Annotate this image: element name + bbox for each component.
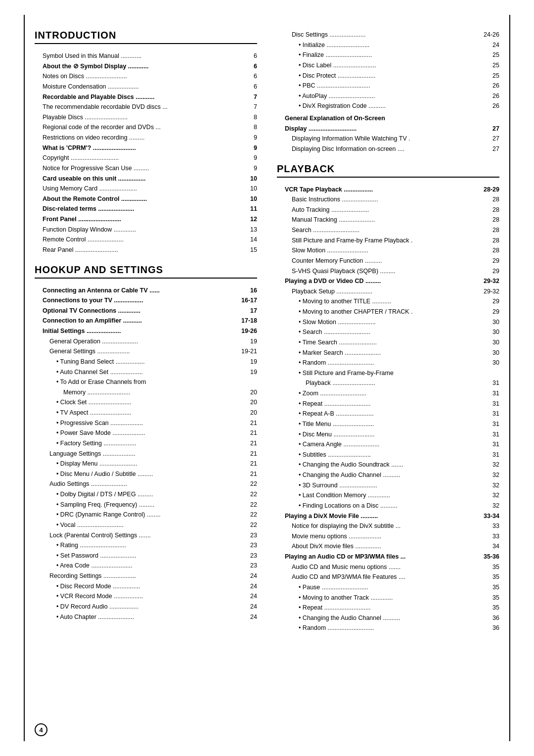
list-item: • Zoom ...........................31: [277, 388, 499, 399]
list-item: • DV Record Audio .................24: [35, 602, 257, 612]
list-item: • Disc Protect ......................25: [277, 71, 499, 81]
list-item: • Last Condition Memory .............32: [277, 490, 499, 501]
list-item: • Repeat ...........................35: [277, 603, 499, 613]
list-item: The recommendable recordable DVD discs .…: [35, 102, 257, 112]
list-item: • Subtitles .........................31: [277, 450, 499, 460]
list-item: Displaying Information While Watching TV…: [277, 134, 499, 144]
list-item: Basic Instructions .....................…: [277, 194, 499, 205]
list-item: • Camera Angle .....................31: [277, 439, 499, 450]
list-item: • Rating ...........................23: [35, 540, 257, 551]
list-item: Notice for displaying the DivX subtitle …: [277, 521, 499, 531]
list-item: Playing a DVD or Video CD .........29-32: [277, 276, 499, 286]
list-item: About DivX movie files ...............34: [277, 541, 499, 552]
list-item: Notice for Progressive Scan Use ........…: [35, 163, 257, 174]
list-item: General Settings ...................19-2…: [35, 346, 257, 357]
list-item: Regional code of the recorder and DVDs .…: [35, 122, 257, 133]
list-item: • Display Menu ......................21: [35, 459, 257, 469]
list-item: • Changing the Audio Soundtrack .......3…: [277, 460, 499, 470]
right-column: Disc Settings .....................24-26…: [277, 30, 499, 634]
list-item: Lock (Parental Control) Settings .......…: [35, 530, 257, 541]
list-item: • Moving to another CHAPTER / TRACK .29: [277, 307, 499, 317]
list-item: • Clock Set .........................20: [35, 397, 257, 408]
list-item: Playback Setup .....................29-3…: [277, 286, 499, 297]
playback-section: PLAYBACK VCR Tape Playback .............…: [277, 163, 499, 634]
list-item: • Title Menu ........................31: [277, 419, 499, 429]
list-item: Front Panel .........................12: [35, 214, 257, 225]
list-item: About the ⊘ Symbol Display ............6: [35, 61, 257, 72]
list-item: • Factory Setting ...................21: [35, 438, 257, 449]
list-item: • Repeat ...........................31: [277, 399, 499, 409]
list-item: • Finalize ...........................25: [277, 50, 499, 60]
list-item: Connection to an Amplifier ...........17…: [35, 316, 257, 326]
list-item: • Time Search ......................30: [277, 337, 499, 348]
list-item: Disc Settings .....................24-26: [277, 30, 499, 40]
list-item: Rear Panel .........................15: [35, 245, 257, 255]
list-item: Optional TV Connections .............17: [35, 306, 257, 316]
introduction-section: INTRODUCTION Symbol Used in this Manual …: [35, 30, 257, 255]
list-item: • Progressive Scan ...................21: [35, 418, 257, 428]
list-item: Language Settings ...................21: [35, 449, 257, 459]
list-item: Slow Motion ........................28: [277, 245, 499, 256]
page-number: 4: [35, 723, 47, 736]
page: INTRODUCTION Symbol Used in this Manual …: [0, 0, 534, 756]
list-item: • Auto Channel Set ...................19: [35, 367, 257, 378]
list-item: • Disc Label .........................25: [277, 60, 499, 71]
list-item: Playing a DivX Movie File ..........33-3…: [277, 511, 499, 521]
list-item: • Tuning Band Select .................19: [35, 357, 257, 367]
list-item: Audio Settings .....................22: [35, 479, 257, 489]
list-item: • Slow Motion ......................30: [277, 317, 499, 328]
list-item: Display ............................27: [277, 124, 499, 134]
list-item: Playing an Audio CD or MP3/WMA files ...…: [277, 552, 499, 562]
list-item: Symbol Used in this Manual ............6: [35, 51, 257, 61]
list-item: • Moving to another Track .............3…: [277, 593, 499, 603]
list-item: Connections to your TV .................…: [35, 295, 257, 306]
list-item: Card useable on this unit ..............…: [35, 174, 257, 184]
list-item: • TV Aspect ........................20: [35, 408, 257, 418]
list-item: • Pause ...........................35: [277, 582, 499, 593]
list-item: Displaying Disc Information on-screen ..…: [277, 144, 499, 154]
list-item: • Disc Menu ........................31: [277, 429, 499, 440]
playback-title: PLAYBACK: [277, 163, 499, 178]
list-item: General Operation .....................1…: [35, 336, 257, 347]
list-item: Remote Control .....................14: [35, 235, 257, 245]
list-item: S-VHS Quasi Playback (SQPB) .........29: [277, 266, 499, 277]
list-item: Initial Settings ....................19-…: [35, 326, 257, 336]
list-item: • Vocal ...........................22: [35, 520, 257, 530]
list-item: Manual Tracking .....................28: [277, 215, 499, 225]
list-item: • Disc Menu / Audio / Subtitle .........…: [35, 469, 257, 479]
list-item: Counter Memory Function ..........29: [277, 256, 499, 266]
list-item: Connecting an Antenna or Cable TV ......…: [35, 285, 257, 296]
disc-settings-section: Disc Settings .....................24-26…: [277, 30, 499, 154]
list-item: • Random ...........................36: [277, 623, 499, 633]
list-item: Recordable and Playable Discs ..........…: [35, 92, 257, 102]
list-item: What is 'CPRM'? ........................…: [35, 143, 257, 153]
list-item: Auto Tracking ......................28: [277, 205, 499, 215]
list-item: • Changing the Audio Channel ..........3…: [277, 613, 499, 623]
list-item: • Changing the Audio Channel ..........3…: [277, 470, 499, 480]
hookup-section: HOOKUP AND SETTINGS Connecting an Antenn…: [35, 264, 257, 622]
list-item: General Explanation of On-Screen: [277, 113, 499, 124]
list-item: • DRC (Dynamic Range Control) ........22: [35, 510, 257, 520]
list-item: • Area Code ........................23: [35, 561, 257, 571]
list-item: • VCR Record Mode .................24: [35, 591, 257, 602]
list-item: • DivX Registration Code ..........26: [277, 101, 499, 111]
list-item: Playback .........................31: [277, 378, 499, 388]
list-item: • AutoPlay ...........................26: [277, 91, 499, 101]
list-item: Function Display Window .............13: [35, 225, 257, 235]
list-item: • Moving to another TITLE ...........29: [277, 296, 499, 307]
list-item: • Random ...........................30: [277, 358, 499, 368]
list-item: About the Remote Control ...............…: [35, 194, 257, 204]
list-item: • Power Save Mode ...................21: [35, 428, 257, 438]
list-item: Copyright ............................9: [35, 153, 257, 163]
list-item: Moisture Condensation ..................…: [35, 82, 257, 92]
left-column: INTRODUCTION Symbol Used in this Manual …: [35, 30, 257, 634]
list-item: Audio CD and MP3/WMA file Features ....3…: [277, 572, 499, 582]
list-item: Movie menu options ...................33: [277, 531, 499, 542]
list-item: • Set Password .....................23: [35, 551, 257, 561]
list-item: • PBC ...............................26: [277, 81, 499, 91]
right-border: [509, 15, 510, 741]
list-item: • Repeat A-B ......................31: [277, 409, 499, 419]
introduction-title: INTRODUCTION: [35, 30, 257, 44]
list-item: • Auto Chapter .....................24: [35, 612, 257, 622]
list-item: • Dolby Digital / DTS / MPEG .........22: [35, 489, 257, 500]
